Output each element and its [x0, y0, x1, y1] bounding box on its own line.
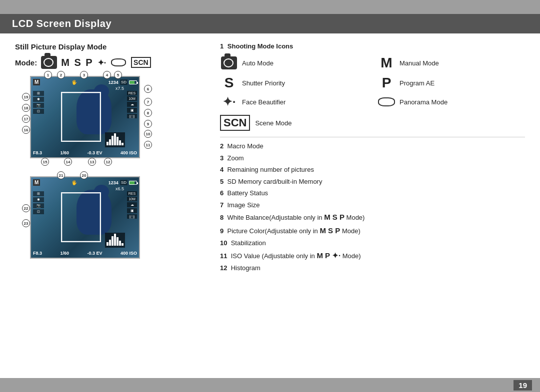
- cam-right-icons-2: RES 10M ☁ ▣ ((·)): [127, 191, 137, 219]
- mode-row: Mode: M S P ✦· SCN: [15, 56, 205, 69]
- histo-bar2-4: [114, 234, 116, 246]
- histo-bar2-6: [119, 241, 121, 246]
- items-list: 2 Macro Mode 3 Zoom 4 Remaining number o…: [220, 141, 525, 273]
- callout-8: 8: [144, 109, 152, 117]
- mode-entry-face: ✦· Face Beautifier: [220, 95, 368, 109]
- item-9-bold: M S P: [320, 226, 340, 235]
- shooting-modes-grid: Auto Mode M Manual Mode S Shutter Priori…: [220, 55, 525, 109]
- top-bar: [0, 0, 540, 14]
- histo-bar2-7: [122, 243, 124, 246]
- cam-icon-res: RES: [127, 91, 137, 95]
- cam-m-icon-2: M: [33, 179, 40, 186]
- callout-15: 15: [41, 158, 49, 166]
- item-11-bold: M P ✦·: [316, 251, 340, 260]
- callout-17: 17: [22, 115, 30, 123]
- af-bracket: [61, 92, 101, 142]
- list-item-3: 3 Zoom: [220, 153, 525, 163]
- mode-entry-shutter: S Shutter Priority: [220, 75, 368, 91]
- callout-14: 14: [64, 158, 72, 166]
- diagram-1-row: 1 2 3 4 5 6 7 8 9 10 11 19 18 17 16 15 1…: [30, 76, 165, 162]
- panorama-icon: [378, 97, 396, 106]
- shutter-mode-label: Shutter Priority: [242, 79, 285, 87]
- histo-bar-2: [109, 139, 111, 145]
- callout-7: 7: [144, 98, 152, 106]
- histo-bar-3: [112, 136, 114, 145]
- histo-container-2: [105, 233, 125, 247]
- callout-10: 10: [144, 130, 152, 138]
- cam-icon-left3: 📷: [33, 103, 44, 108]
- face-beau-label: Face Beautifier: [242, 98, 286, 106]
- af-bracket-2: [61, 192, 101, 242]
- histo-bar-6: [119, 140, 121, 145]
- callout-2: 2: [57, 71, 65, 79]
- scn-mode-icon: SCN: [131, 57, 151, 68]
- cam-iso: 400 ISO: [120, 150, 137, 155]
- scn-big-icon: SCN: [220, 115, 250, 131]
- list-item-7: 7 Image Size: [220, 200, 525, 210]
- callout-13: 13: [88, 158, 96, 166]
- callout-21: 21: [57, 171, 65, 179]
- mode-label: Mode:: [15, 58, 37, 67]
- histo-bar-7: [122, 143, 124, 145]
- cam-iso-2: 400 ISO: [120, 251, 137, 256]
- item-num-9: 9: [220, 227, 224, 235]
- cam-icon-10m: 10M: [127, 96, 137, 101]
- section-title: Still Picture Display Mode: [15, 42, 205, 51]
- item-num-6: 6: [220, 189, 224, 197]
- shooting-num: 1: [220, 42, 224, 50]
- cam-battery-2: [129, 181, 137, 185]
- list-item-4: 4 Remaining number of pictures: [220, 165, 525, 175]
- cam-shutter-2: 1/60: [60, 251, 69, 256]
- callout-19: 19: [22, 93, 30, 101]
- manual-mode-icon: M: [378, 55, 396, 71]
- callout-22: 22: [22, 204, 30, 212]
- auto-mode-label: Auto Mode: [242, 59, 274, 67]
- histo-bar-5: [116, 137, 118, 145]
- cam-icon-left4-2: ⊡: [33, 209, 44, 214]
- callout-12: 12: [104, 158, 112, 166]
- main-content: Still Picture Display Mode Mode: M S P ✦…: [0, 33, 540, 280]
- cam-battery: [129, 80, 137, 84]
- cam-icon-left3-2: 📷: [33, 203, 44, 208]
- cam-ev: -0.3 EV: [87, 150, 102, 155]
- cam-icon-color: ▣: [127, 108, 137, 113]
- diagram-2-row: 21 20 22 23 M 🖐 1234 SD: [30, 176, 165, 259]
- shooting-label: Shooting Mode Icons: [228, 42, 293, 50]
- cam-photo-count: 1234: [108, 80, 118, 85]
- panorama-mode-icon: [111, 58, 126, 66]
- histo-bar2-1: [106, 242, 108, 246]
- cam-icon-left2: ✱: [33, 97, 44, 102]
- item-num-4: 4: [220, 166, 224, 173]
- cam-icon-left1-2: ⊞: [33, 191, 44, 196]
- diagrams-container: 1 2 3 4 5 6 7 8 9 10 11 19 18 17 16 15 1…: [15, 76, 205, 259]
- cam-zoom: x7.5: [116, 86, 124, 91]
- item-num-2: 2: [220, 142, 224, 150]
- callout-16: 16: [22, 126, 30, 134]
- callout-20: 20: [80, 171, 88, 179]
- mode-entry-panorama: Panorama Mode: [378, 95, 525, 109]
- histo-bar-4: [114, 133, 116, 145]
- scn-mode-name: Scene Mode: [255, 119, 292, 127]
- page-number: 19: [514, 380, 532, 391]
- cam-photo-count-2: 1234: [108, 180, 118, 185]
- cam-right-top-2: 1234 SD: [108, 180, 137, 185]
- list-item-5: 5 SD Memory card/built-in Memory: [220, 177, 525, 187]
- cam-icon-color-2: ▣: [127, 208, 137, 213]
- cam-aperture-2: F8.3: [33, 251, 42, 256]
- cam-top-bar-2: M 🖐 1234 SD: [33, 179, 137, 186]
- page-title: LCD Screen Display: [12, 18, 528, 29]
- list-item-9: 9 Picture Color(Adjustable only in M S P…: [220, 225, 525, 237]
- bottom-bar: 19: [0, 378, 540, 392]
- cam-icon-wb-2: ☁: [127, 202, 137, 207]
- list-item-6: 6 Battery Status: [220, 188, 525, 198]
- auto-camera-icon: [221, 56, 237, 69]
- list-item-10: 10 Stabilization: [220, 238, 525, 248]
- mode-entry-manual: M Manual Mode: [378, 55, 525, 71]
- histo-bar-1: [106, 142, 108, 145]
- scn-row: SCN Scene Mode: [220, 115, 525, 131]
- cam-icon-stab: ((·)): [127, 114, 137, 118]
- callout-9: 9: [144, 120, 152, 128]
- camera-diagram-2: M 🖐 1234 SD x6.5 RES 10M ☁: [30, 176, 140, 259]
- camera-mode-icon: [41, 56, 57, 69]
- cam-sd-icon: SD: [120, 79, 128, 85]
